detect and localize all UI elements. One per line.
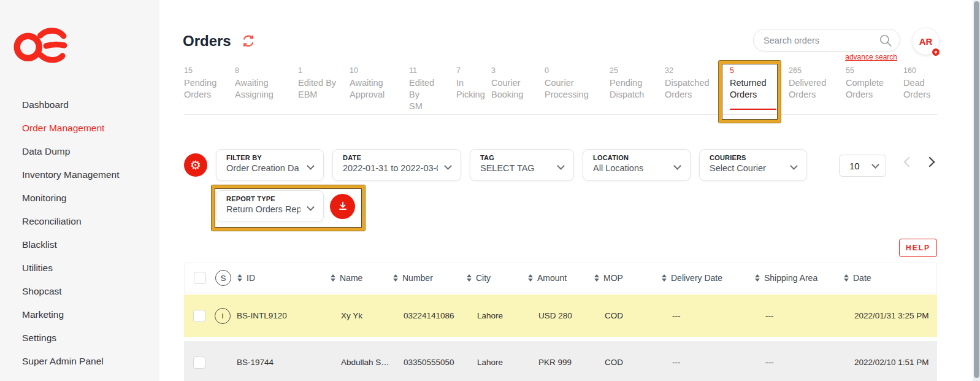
sort-icon[interactable] xyxy=(662,274,667,282)
table-row[interactable]: i BS-INTL9120 Xy Yk 03224141086 Lahore U… xyxy=(184,294,937,337)
table-row[interactable]: BS-19744 Abdullah Safda... 03350555050 L… xyxy=(184,341,937,381)
chevron-down-icon xyxy=(307,203,315,211)
sort-icon[interactable] xyxy=(755,274,760,282)
tab-complete-orders[interactable]: 55 CompleteOrders xyxy=(846,66,891,112)
filter-row: FILTER BY Order Creation Da DATE 2022-01… xyxy=(216,149,807,181)
download-report-button[interactable] xyxy=(330,194,355,219)
avatar-initials: AR xyxy=(919,36,933,47)
tag-dropdown[interactable]: TAG SELECT TAG xyxy=(470,149,574,181)
sidebar-item-dashboard[interactable]: Dashboard xyxy=(0,93,159,117)
tab-pending-orders[interactable]: 15 PendingOrders xyxy=(184,66,223,112)
chevron-down-icon xyxy=(673,162,681,170)
sidebar-item-monitoring[interactable]: Monitoring xyxy=(0,187,159,210)
sidebar-item-reconciliation[interactable]: Reconciliation xyxy=(0,210,159,233)
tab-dead-orders[interactable]: 160 DeadOrders xyxy=(903,66,940,112)
tab-courier-booking[interactable]: 3 CourierBooking xyxy=(491,66,532,112)
chevron-down-icon xyxy=(790,162,798,170)
cell-number: 03350555050 xyxy=(392,358,466,367)
cell-delivery-date: --- xyxy=(661,358,754,367)
previous-page-icon[interactable] xyxy=(904,157,914,167)
column-header-mop[interactable]: MOP xyxy=(594,273,662,283)
tab-edited-by-sm[interactable]: 11 Edited BySM xyxy=(409,66,444,112)
filter-settings-button[interactable]: ⚙ xyxy=(184,153,207,177)
column-header-delivery-date[interactable]: Delivery Date xyxy=(662,273,755,283)
sidebar-item-settings[interactable]: Settings xyxy=(0,326,159,350)
help-button[interactable]: HELP xyxy=(899,239,937,257)
sort-icon[interactable] xyxy=(844,274,849,282)
cell-name: Xy Yk xyxy=(330,311,392,320)
report-type-dropdown[interactable]: REPORT TYPE Return Orders Rep xyxy=(216,190,324,222)
page-size-select[interactable]: 10 xyxy=(839,155,886,177)
sidebar-item-shopcast[interactable]: Shopcast xyxy=(0,280,159,303)
search-icon[interactable] xyxy=(879,34,892,47)
pagination xyxy=(905,158,933,166)
sidebar-item-super-admin-panel[interactable]: Super Admin Panel xyxy=(0,350,159,373)
page-title: Orders xyxy=(183,33,231,50)
couriers-dropdown[interactable]: COURIERS Select Courier xyxy=(699,149,807,181)
brand-logo-icon xyxy=(13,26,72,64)
select-all-checkbox[interactable] xyxy=(194,272,206,284)
column-header-id[interactable]: ID xyxy=(237,273,331,283)
cell-shipping-area: --- xyxy=(754,358,843,367)
cell-mop: COD xyxy=(594,311,661,320)
chevron-down-icon xyxy=(307,162,315,170)
column-header-number[interactable]: Number xyxy=(393,273,467,283)
cell-city: Lahore xyxy=(466,358,527,367)
tab-in-picking[interactable]: 7 InPicking xyxy=(456,66,479,112)
column-header-city[interactable]: City xyxy=(467,273,528,283)
main-content: Orders advance search AR ▼ 15 Pendi xyxy=(159,0,980,381)
avatar-chevron-down-icon[interactable]: ▼ xyxy=(931,47,941,57)
sort-icon[interactable] xyxy=(331,274,335,282)
tab-awaiting-approval[interactable]: 10 AwaitingApproval xyxy=(350,66,397,112)
refresh-icon[interactable] xyxy=(241,34,256,48)
tab-returned-orders[interactable]: 5 ReturnedOrders xyxy=(730,66,776,112)
cell-shipping-area: --- xyxy=(754,311,843,320)
report-row: REPORT TYPE Return Orders Rep xyxy=(216,190,355,222)
column-header-shipping-area[interactable]: Shipping Area xyxy=(755,273,844,283)
download-icon xyxy=(337,201,348,212)
search-orders-box xyxy=(753,29,900,52)
location-dropdown[interactable]: LOCATION All Locations xyxy=(583,149,691,181)
vertical-scrollbar[interactable] xyxy=(973,0,980,381)
sidebar-item-inventory-management[interactable]: Inventory Management xyxy=(0,163,159,187)
cell-id: BS-INTL9120 xyxy=(237,311,330,320)
sort-icon[interactable] xyxy=(594,274,599,282)
sort-icon[interactable] xyxy=(237,274,242,282)
row-checkbox[interactable] xyxy=(193,310,205,322)
date-range-dropdown[interactable]: DATE 2022-01-31 to 2022-03-01 xyxy=(332,149,461,181)
search-input[interactable] xyxy=(764,36,879,45)
row-checkbox[interactable] xyxy=(193,356,205,369)
sidebar: Dashboard Order Management Data Dump Inv… xyxy=(0,0,159,381)
sidebar-item-data-dump[interactable]: Data Dump xyxy=(0,140,159,163)
cell-mop: COD xyxy=(594,358,661,367)
sort-icon[interactable] xyxy=(393,274,398,282)
next-page-icon[interactable] xyxy=(925,157,935,167)
advance-search-link[interactable]: advance search xyxy=(844,53,897,61)
cell-amount: PKR 999 xyxy=(527,358,594,367)
sidebar-item-blacklist[interactable]: Blacklist xyxy=(0,233,159,256)
tab-edited-by-ebm[interactable]: 1 Edited ByEBM xyxy=(298,66,337,112)
sidebar-item-marketing[interactable]: Marketing xyxy=(0,303,159,326)
column-header-amount[interactable]: Amount xyxy=(528,273,594,283)
column-header-date[interactable]: Date xyxy=(844,273,938,283)
select-column-icon[interactable]: S xyxy=(215,270,231,286)
app-window: Dashboard Order Management Data Dump Inv… xyxy=(0,0,980,381)
cell-city: Lahore xyxy=(466,311,527,320)
tab-delivered-orders[interactable]: 265 DeliveredOrders xyxy=(789,66,833,112)
scrollbar-thumb[interactable] xyxy=(974,1,979,378)
sidebar-item-utilities[interactable]: Utilities xyxy=(0,256,159,280)
column-header-name[interactable]: Name xyxy=(331,273,393,283)
tab-courier-processing[interactable]: 0 CourierProcessing xyxy=(545,66,597,112)
info-icon[interactable]: i xyxy=(215,308,231,324)
tab-awaiting-assigning[interactable]: 8 AwaitingAssigning xyxy=(235,66,286,112)
tab-dispatched-orders[interactable]: 32 DispatchedOrders xyxy=(665,66,718,112)
chevron-down-icon xyxy=(871,161,879,169)
sidebar-item-order-management[interactable]: Order Management xyxy=(0,117,159,140)
filter-by-dropdown[interactable]: FILTER BY Order Creation Da xyxy=(216,149,324,181)
sort-icon[interactable] xyxy=(467,274,472,282)
tab-pending-dispatch[interactable]: 25 PendingDispatch xyxy=(610,66,653,112)
avatar[interactable]: AR ▼ xyxy=(913,28,939,55)
sort-icon[interactable] xyxy=(528,274,533,282)
tabs-divider xyxy=(184,114,937,115)
cell-date: 2022/02/10 1:51 PM xyxy=(843,358,937,367)
